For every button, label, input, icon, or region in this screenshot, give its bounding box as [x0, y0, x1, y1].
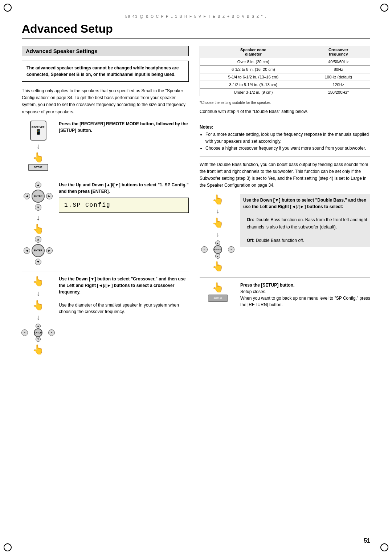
- table-cell: 6-1/2 to 8 in. (16–20 cm): [200, 66, 307, 73]
- notes-title: Notes:: [200, 125, 370, 130]
- left-arrow-2-icon: ◄: [24, 247, 30, 254]
- table-cell: 80Hz: [307, 66, 370, 73]
- enter-small-2-icon: ENTER: [213, 245, 222, 254]
- table-cell: 40/50/60Hz: [307, 58, 370, 66]
- table-row: 5-1/4 to 6-1/2 in. (13–16 cm)100Hz (defa…: [200, 73, 370, 81]
- main-content: Advanced Speaker Settings The advanced s…: [22, 46, 370, 361]
- step-3-block: 👆 ↓ 👆 ↓ − ▲ ▼ ENTER +: [22, 276, 189, 355]
- step-2-block: ▲ ▼ ◄ ► ENTER ↓ 👆 ▲: [22, 182, 189, 265]
- step-2-icon: ▲ ▼ ◄ ► ENTER ↓ 👆 ▲: [22, 182, 54, 265]
- up-arrow-2-icon: ▲: [35, 236, 41, 243]
- section-heading: Advanced Speaker Settings: [22, 46, 189, 56]
- arrow-down-4: ↓: [36, 313, 40, 321]
- minus-2-icon: −: [201, 246, 208, 253]
- step-4-text: Use the Down [▼] button to select "Doubl…: [240, 194, 370, 249]
- header-bar: 59 43 @ & O C P P L 1 B H F 5 V F T E B …: [22, 15, 370, 19]
- step-5-block: 👆 SETUP Press the [SETUP] button. Setup …: [200, 282, 370, 308]
- enter-center-icon: ENTER: [32, 190, 45, 203]
- lcd-display: 1.SP Config: [59, 198, 189, 213]
- step-1-block: RECEIVER 📱 ↓ 👆 SETUP Press the [RE: [22, 121, 189, 171]
- step-5-icon: 👆 SETUP: [200, 282, 236, 302]
- table-cell: Over 8 in. (20 cm): [200, 58, 307, 66]
- finger-press-4-icon: 👆: [32, 300, 44, 311]
- double-bass-text: With the Double Bass function, you can b…: [200, 161, 370, 189]
- notes-list: For a more accurate setting, look up the…: [200, 131, 370, 152]
- left-arrow-icon: ◄: [24, 193, 30, 199]
- arrow-down-6: ↓: [216, 231, 220, 238]
- step-3-text: Use the Down [▼] button to select "Cross…: [59, 276, 189, 315]
- table-header-freq: Crossoverfrequency: [307, 46, 370, 58]
- divider-1: [22, 177, 189, 177]
- left-column: Advanced Speaker Settings The advanced s…: [22, 46, 189, 361]
- table-cell: 100Hz (default): [307, 73, 370, 81]
- table-cell: 150/200Hz*: [307, 89, 370, 96]
- divider-right-1: [200, 120, 370, 120]
- page-title: Advanced Setup: [22, 22, 370, 39]
- table-note: *Choose the setting suitable for the spe…: [200, 101, 370, 105]
- arrow-down-3: ↓: [36, 289, 40, 297]
- arrow-down-5: ↓: [216, 207, 220, 215]
- body-text: This setting only applies to the speaker…: [22, 88, 189, 116]
- finger-press-8-icon: 👆: [212, 261, 224, 272]
- setup-button-icon: SETUP: [28, 164, 48, 171]
- finger-press-9-icon: 👆: [212, 282, 224, 293]
- down-arrow-2-icon: ▼: [35, 259, 41, 265]
- continue-text: Continue with step 4 of the "Double Bass…: [200, 108, 370, 115]
- down-small-icon: ▼: [36, 337, 41, 342]
- divider-right-2: [200, 157, 370, 157]
- step-4-block: 👆 ↓ 👆 ↓ − ▲ ▼ ENTER +: [200, 194, 370, 272]
- table-row: Over 8 in. (20 cm)40/50/60Hz: [200, 58, 370, 66]
- up-small-2-icon: ▲: [215, 240, 220, 246]
- page-number: 51: [364, 538, 370, 544]
- step-4-shaded: Use the Down [▼] button to select "Doubl…: [240, 194, 370, 247]
- warning-box: The advanced speaker settings cannot be …: [22, 61, 189, 82]
- divider-right-3: [200, 277, 370, 278]
- enter-center-2-icon: ENTER: [32, 244, 45, 257]
- table-cell: 120Hz: [307, 81, 370, 89]
- finger-press-icon: 👆: [32, 152, 44, 163]
- divider-2: [22, 271, 189, 271]
- step-4-icon: 👆 ↓ 👆 ↓ − ▲ ▼ ENTER +: [200, 194, 236, 272]
- finger-press-5-icon: 👆: [32, 344, 44, 355]
- arrow-down-2: ↓: [36, 214, 40, 222]
- table-row: Under 3-1/2 in. (9 cm)150/200Hz*: [200, 89, 370, 96]
- notes-section: Notes: For a more accurate setting, look…: [200, 125, 370, 152]
- step-2-text: Use the Up and Down [▲]/[▼] buttons to s…: [59, 182, 189, 216]
- table-row: 3-1/2 to 5-1/4 in. (9–13 cm)120Hz: [200, 81, 370, 89]
- finger-press-7-icon: 👆: [212, 217, 224, 228]
- up-arrow-icon: ▲: [35, 182, 41, 188]
- table-cell: Under 3-1/2 in. (9 cm): [200, 89, 307, 96]
- setup-remote-icon: SETUP: [208, 295, 228, 302]
- table-header-diameter: Speaker conediameter: [200, 46, 307, 58]
- minus-icon: −: [21, 329, 28, 336]
- right-column: Speaker conediameter Crossoverfrequency …: [200, 46, 370, 361]
- notes-item: For a more accurate setting, look up the…: [205, 131, 370, 145]
- notes-item: Choose a higher crossover frequency if y…: [205, 145, 370, 152]
- down-arrow-icon: ▼: [35, 204, 41, 211]
- right-arrow-icon: ►: [46, 193, 53, 199]
- step-1-icon: RECEIVER 📱 ↓ 👆 SETUP: [22, 121, 54, 171]
- plus-icon: +: [48, 329, 55, 336]
- finger-press-3-icon: 👆: [32, 276, 44, 287]
- right-arrow-2-icon: ►: [46, 247, 53, 254]
- table-cell: 5-1/4 to 6-1/2 in. (13–16 cm): [200, 73, 307, 81]
- step-5-text: Press the [SETUP] button. Setup closes. …: [240, 282, 370, 308]
- down-small-2-icon: ▼: [215, 254, 220, 259]
- plus-2-icon: +: [228, 246, 234, 253]
- crossover-table: Speaker conediameter Crossoverfrequency …: [200, 46, 370, 96]
- up-small-icon: ▲: [36, 324, 41, 329]
- finger-press-6-icon: 👆: [212, 194, 224, 205]
- finger-press-2-icon: 👆: [32, 223, 44, 235]
- table-row: 6-1/2 to 8 in. (16–20 cm)80Hz: [200, 66, 370, 73]
- table-cell: 3-1/2 to 5-1/4 in. (9–13 cm): [200, 81, 307, 89]
- receiver-icon: RECEIVER 📱: [30, 121, 46, 141]
- enter-small-icon: ENTER: [34, 328, 42, 337]
- step-1-text: Press the [RECEIVER] REMOTE MODE button,…: [59, 121, 189, 134]
- step-3-icon: 👆 ↓ 👆 ↓ − ▲ ▼ ENTER +: [22, 276, 54, 355]
- arrow-down-1: ↓: [36, 142, 40, 150]
